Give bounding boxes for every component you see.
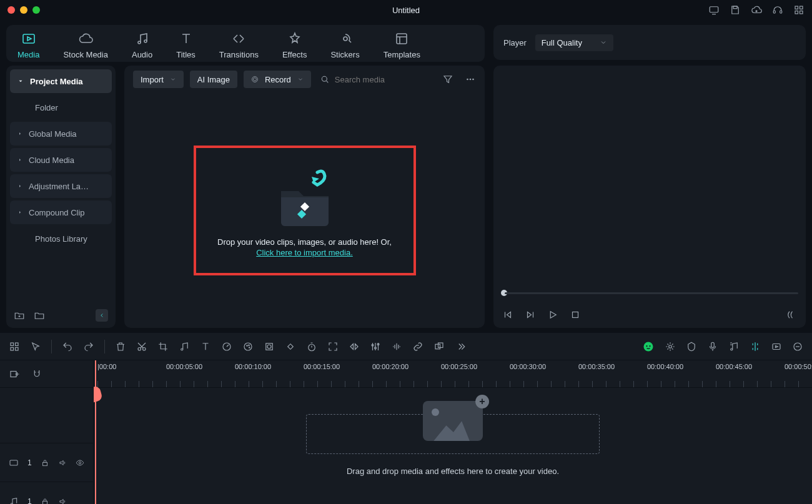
sidebar-item-project-media[interactable]: Project Media <box>10 69 112 93</box>
filter-icon[interactable] <box>442 74 453 85</box>
save-icon[interactable] <box>730 4 741 16</box>
tab-stock-media[interactable]: Stock Media <box>63 31 108 59</box>
pointer-icon[interactable] <box>30 341 41 352</box>
tab-templates[interactable]: Templates <box>384 31 420 59</box>
ruler-tick: |00:00 <box>97 360 166 387</box>
record-button[interactable]: Record <box>244 71 311 88</box>
split-icon[interactable] <box>750 341 761 352</box>
play-button[interactable] <box>547 309 558 320</box>
crop-icon[interactable] <box>157 341 169 352</box>
svg-rect-5 <box>800 6 803 9</box>
maximize-window-button[interactable] <box>32 6 40 14</box>
tab-media[interactable]: Media <box>17 31 39 59</box>
search-media[interactable] <box>320 74 410 84</box>
more-tools-icon[interactable] <box>455 341 466 352</box>
chevron-down-icon <box>170 76 176 82</box>
group-icon[interactable] <box>433 341 445 352</box>
mask-icon[interactable] <box>264 341 275 352</box>
visibility-icon[interactable] <box>76 458 84 467</box>
sidebar-item-photos-library[interactable]: Photos Library <box>10 227 112 250</box>
lock-icon[interactable] <box>41 497 49 505</box>
prev-frame-button[interactable] <box>502 309 513 320</box>
audio-wave-icon[interactable] <box>391 341 402 352</box>
timeline-tracks-area[interactable]: |00:0000:00:05:0000:00:10:0000:00:15:000… <box>94 360 812 504</box>
video-track-icon <box>9 458 19 468</box>
placeholder-clip[interactable]: + <box>423 401 483 441</box>
transition-tool-icon[interactable] <box>349 341 360 352</box>
audio-mixer-icon[interactable] <box>728 341 740 352</box>
collapse-sidebar-button[interactable] <box>96 309 108 322</box>
effects-wheel-icon[interactable] <box>665 341 676 352</box>
tab-transitions[interactable]: Transitions <box>219 31 259 59</box>
link-icon[interactable] <box>412 341 423 352</box>
add-track-icon[interactable] <box>9 368 20 380</box>
svg-point-17 <box>470 79 472 81</box>
display-icon[interactable] <box>708 4 720 16</box>
more-icon[interactable] <box>465 74 476 85</box>
lock-icon[interactable] <box>41 458 49 467</box>
ai-image-button[interactable]: AI Image <box>190 71 237 88</box>
svg-point-10 <box>144 40 147 42</box>
apps-icon[interactable] <box>793 4 805 16</box>
player-scrubber[interactable] <box>493 284 806 302</box>
templates-icon <box>394 31 409 46</box>
keyframe-icon[interactable] <box>285 341 296 352</box>
layout-icon[interactable] <box>9 341 20 352</box>
cloud-icon[interactable] <box>751 4 762 16</box>
audio-icon <box>135 31 150 46</box>
sidebar-item-adjustment-layer[interactable]: Adjustment La… <box>10 174 112 198</box>
search-input[interactable] <box>335 75 410 84</box>
stop-button[interactable] <box>570 309 581 320</box>
sidebar-item-folder[interactable]: Folder <box>10 96 112 119</box>
music-icon[interactable] <box>179 341 190 352</box>
fit-icon[interactable] <box>327 341 339 352</box>
marker-icon[interactable] <box>686 341 697 352</box>
tab-effects[interactable]: Effects <box>282 31 307 59</box>
undo-icon[interactable] <box>62 341 73 352</box>
player-canvas[interactable] <box>493 66 806 284</box>
voiceover-icon[interactable] <box>707 341 718 352</box>
mute-icon[interactable] <box>58 458 67 467</box>
quality-select[interactable]: Full Quality <box>535 34 613 51</box>
sidebar-item-cloud-media[interactable]: Cloud Media <box>10 148 112 172</box>
import-media-link[interactable]: Click here to import media. <box>256 248 353 257</box>
delete-icon[interactable] <box>115 341 126 352</box>
tab-audio[interactable]: Audio <box>132 31 152 59</box>
player-pane <box>493 66 806 328</box>
new-folder-icon[interactable] <box>14 310 25 321</box>
minimize-window-button[interactable] <box>20 6 27 14</box>
svg-point-43 <box>644 342 653 351</box>
close-window-button[interactable] <box>7 6 15 14</box>
render-icon[interactable] <box>771 341 782 352</box>
redo-icon[interactable] <box>83 341 94 352</box>
magnet-icon[interactable] <box>31 368 42 380</box>
player-settings-icon[interactable] <box>786 309 797 320</box>
sidebar-item-compound-clip[interactable]: Compound Clip <box>10 200 112 224</box>
color-icon[interactable] <box>242 341 254 352</box>
mute-icon[interactable] <box>58 497 67 505</box>
tab-stickers[interactable]: Stickers <box>330 31 359 59</box>
svg-point-48 <box>731 348 733 350</box>
video-track-header[interactable]: 1 <box>0 443 93 482</box>
next-frame-button[interactable] <box>525 309 536 320</box>
zoom-out-icon[interactable] <box>792 341 803 352</box>
text-icon[interactable] <box>200 341 211 352</box>
speed-icon[interactable] <box>221 341 232 352</box>
cut-icon[interactable] <box>136 341 147 352</box>
import-button[interactable]: Import <box>133 71 184 88</box>
media-dropzone[interactable]: Drop your video clips, images, or audio … <box>124 93 485 328</box>
timer-icon[interactable] <box>306 341 317 352</box>
svg-point-31 <box>247 345 248 346</box>
sidebar-item-global-media[interactable]: Global Media <box>10 122 112 146</box>
adjust-icon[interactable] <box>370 341 381 352</box>
add-clip-button[interactable]: + <box>475 395 489 408</box>
audio-track-header[interactable]: 1 <box>0 482 93 504</box>
support-icon[interactable] <box>772 4 783 16</box>
open-folder-icon[interactable] <box>34 310 45 321</box>
playhead[interactable] <box>95 360 96 504</box>
timeline-ruler[interactable]: |00:0000:00:05:0000:00:10:0000:00:15:000… <box>94 360 812 388</box>
timeline-drop-target[interactable]: + <box>306 414 600 454</box>
tab-titles[interactable]: Titles <box>176 31 196 59</box>
ai-face-icon[interactable] <box>642 340 655 353</box>
svg-point-45 <box>649 345 650 347</box>
